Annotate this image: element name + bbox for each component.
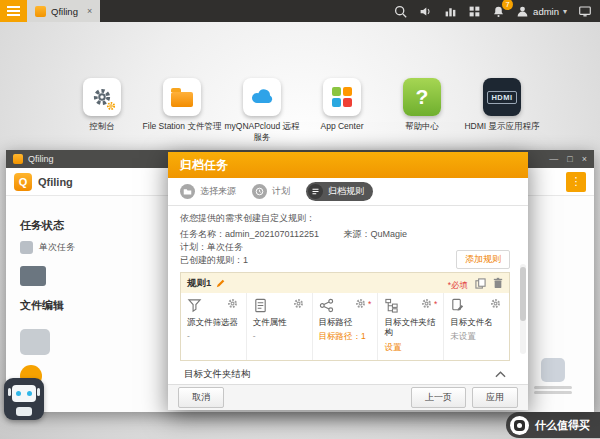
file-name-icon — [450, 298, 465, 313]
task-icon — [20, 241, 33, 254]
volume-icon[interactable] — [418, 5, 433, 18]
settings-gear-icon[interactable] — [293, 298, 304, 309]
tab-archive-rules[interactable]: 归档规则 — [306, 182, 373, 201]
settings-gear-icon[interactable] — [355, 298, 366, 309]
desktop-icon-file-station[interactable]: File Station 文件管理 — [142, 78, 222, 142]
resource-monitor-icon[interactable] — [444, 5, 457, 18]
chevron-down-icon: ▾ — [563, 7, 567, 16]
tab-schedule[interactable]: 计划 — [252, 184, 290, 199]
card-source-filter[interactable]: 源文件筛选器 - — [181, 293, 247, 359]
background-tasks-icon[interactable] — [468, 5, 481, 18]
question-mark-icon: ? — [403, 78, 441, 116]
dialog-body: 依您提供的需求创建自定义规则： 任务名称：admin_2021070112251… — [168, 206, 528, 384]
card-label: 文件属性 — [253, 317, 306, 327]
file-properties-icon — [253, 298, 268, 313]
card-value: - — [187, 331, 240, 341]
kebab-menu-icon[interactable]: ⋮ — [566, 172, 586, 192]
dialog-footer: 取消 上一页 应用 — [168, 384, 528, 410]
card-file-properties[interactable]: 文件属性 - — [247, 293, 313, 359]
required-label: 必填 — [451, 280, 468, 290]
desktop-switch-icon[interactable] — [578, 5, 592, 18]
tab-close-icon[interactable]: × — [87, 6, 92, 16]
trash-icon[interactable] — [493, 277, 503, 289]
tab-select-source[interactable]: 选择来源 — [180, 184, 236, 199]
card-file-name[interactable]: 目标文件名 未设置 — [444, 293, 509, 359]
rule-step-cards: 源文件筛选器 - 文件属性 - — [181, 293, 509, 359]
sidebar-section-task-status: 任务状态 — [20, 218, 150, 233]
required-star: * — [434, 299, 437, 309]
camera-icon — [510, 416, 529, 435]
desktop-icon-label: 控制台 — [62, 121, 142, 132]
cancel-button[interactable]: 取消 — [178, 387, 224, 408]
card-value: 未设置 — [450, 331, 503, 343]
filter-icon — [187, 298, 202, 313]
search-icon[interactable] — [394, 5, 407, 18]
admin-menu[interactable]: admin ▾ — [516, 5, 567, 18]
card-value: - — [253, 331, 306, 341]
desktop-icon-label: 帮助中心 — [382, 121, 462, 132]
user-icon — [516, 5, 529, 18]
admin-label: admin — [533, 6, 559, 17]
settings-gear-icon[interactable] — [421, 298, 432, 309]
assistant-robot-icon[interactable] — [4, 378, 44, 420]
card-value[interactable]: 设置 — [384, 342, 437, 354]
maximize-icon[interactable]: □ — [567, 154, 572, 164]
edit-pencil-icon[interactable] — [216, 278, 226, 288]
sidebar-thumbnail-icon — [20, 266, 46, 286]
qfiling-app-icon — [35, 6, 46, 17]
rules-step-icon — [308, 184, 323, 199]
minimize-icon[interactable]: — — [549, 154, 558, 164]
desktop-icon-label: App Center — [302, 121, 382, 132]
sidebar-section-file-editor: 文件编辑 — [20, 298, 150, 313]
notifications-icon[interactable]: 7 — [492, 5, 505, 18]
desktop-icon-label: myQNAPcloud 远程服务 — [222, 121, 302, 142]
desktop-icon-hdmi[interactable]: HDMI HDMI 显示应用程序 — [462, 78, 542, 142]
scrollbar[interactable] — [520, 264, 526, 354]
card-label: 目标文件夹结构 — [384, 317, 437, 337]
smzdm-watermark: 什么值得买 — [506, 412, 600, 438]
destination-path-icon — [319, 298, 334, 313]
desktop-icon-myqnapcloud[interactable]: myQNAPcloud 远程服务 — [222, 78, 302, 142]
settings-gear-icon[interactable] — [227, 298, 238, 309]
card-folder-structure[interactable]: * 目标文件夹结构 设置 — [378, 293, 444, 359]
intro-text: 依您提供的需求创建自定义规则： — [180, 212, 510, 225]
add-rule-button[interactable]: 添加规则 — [456, 250, 510, 269]
schedule-value: 单次任务 — [207, 242, 243, 252]
desktop-icon-help-center[interactable]: ? 帮助中心 — [382, 78, 462, 142]
card-label: 目标文件名 — [450, 317, 503, 327]
schedule-step-icon — [252, 184, 267, 199]
folder-icon — [163, 78, 201, 116]
task-name-value: admin_2021070112251 — [225, 229, 319, 239]
main-menu-button[interactable] — [0, 0, 27, 22]
wizard-steps: 选择来源 计划 归档规则 — [168, 178, 528, 206]
desktop-icon-app-center[interactable]: App Center — [302, 78, 382, 142]
tab-qfiling[interactable]: Qfiling × — [27, 0, 100, 22]
desktop-icon-label: File Station 文件管理 — [142, 121, 222, 132]
rules-count-value: 1 — [243, 255, 248, 265]
top-bar: Qfiling × 7 admin ▾ — [0, 0, 600, 22]
desktop-icon-control-panel[interactable]: 控制台 — [62, 78, 142, 142]
card-value[interactable]: 目标路径：1 — [319, 331, 372, 343]
required-star: * — [368, 299, 371, 309]
sidebar-item-single-task[interactable]: 单次任务 — [20, 241, 150, 254]
control-panel-gear-icon — [83, 78, 121, 116]
previous-page-button[interactable]: 上一页 — [411, 387, 466, 408]
watermark-text: 什么值得买 — [535, 418, 590, 433]
folder-structure-section-header[interactable]: 目标文件夹结构 — [180, 361, 510, 384]
task-info-row: 任务名称：admin_2021070112251 来源：QuMagie — [180, 228, 510, 241]
chevron-up-icon[interactable] — [495, 370, 506, 378]
section-title: 目标文件夹结构 — [184, 368, 251, 381]
scrollbar-thumb[interactable] — [520, 267, 526, 321]
rule-name: 规则1 — [187, 277, 211, 290]
copy-icon[interactable] — [475, 278, 486, 289]
apply-button[interactable]: 应用 — [472, 387, 518, 408]
close-icon[interactable]: × — [582, 154, 587, 164]
background-app-icon[interactable] — [528, 358, 578, 396]
settings-gear-icon[interactable] — [490, 298, 501, 309]
rule-panel: 规则1 *必填 源文件筛选器 — [180, 272, 510, 360]
card-label: 目标路径 — [319, 317, 372, 327]
card-destination-path[interactable]: * 目标路径 目标路径：1 — [313, 293, 379, 359]
dialog-title: 归档任务 — [168, 152, 528, 178]
archive-task-dialog: 归档任务 选择来源 计划 归档规则 依您提供的需求创建自定义规则： 任务名称：a… — [168, 152, 528, 410]
desktop-icon-label: HDMI 显示应用程序 — [462, 121, 542, 132]
